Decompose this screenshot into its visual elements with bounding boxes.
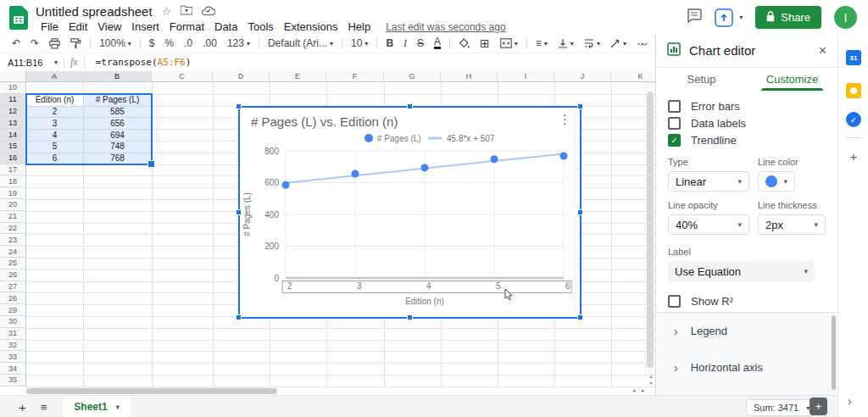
row-header-24[interactable]: 24 — [0, 246, 26, 258]
column-header-b[interactable]: B — [83, 71, 152, 82]
row-header-11[interactable]: 11 — [0, 94, 26, 106]
get-add-ons-icon[interactable]: + — [846, 149, 861, 164]
decrease-decimal-button[interactable]: .0 — [179, 35, 198, 52]
column-header-a[interactable]: A — [26, 71, 83, 82]
row-header-13[interactable]: 13 — [0, 117, 26, 129]
chart-resize-handle[interactable] — [407, 314, 413, 320]
sum-badge[interactable]: Sum: 3471 ▾ — [746, 399, 817, 416]
row-header-26[interactable]: 26 — [0, 270, 26, 281]
format-percent-button[interactable]: % — [160, 35, 180, 52]
cloud-saved-icon[interactable] — [202, 6, 215, 17]
checkbox-row-trendline[interactable]: ✓Trendline — [668, 131, 826, 148]
column-header-d[interactable]: D — [213, 71, 270, 82]
row-header-27[interactable]: 27 — [0, 281, 26, 293]
chart-more-options-icon[interactable]: ⋮ — [559, 112, 571, 127]
text-wrap-select[interactable]: ▾ — [579, 35, 605, 52]
calendar-icon[interactable]: 31 — [846, 50, 861, 65]
increase-decimal-button[interactable]: .00 — [198, 35, 222, 52]
row-header-34[interactable]: 34 — [0, 363, 26, 375]
strikethrough-button[interactable]: S — [412, 35, 429, 52]
trendline-type-select[interactable]: Linear▾ — [668, 171, 749, 192]
menu-item-file[interactable]: File — [36, 19, 64, 34]
chart-resize-handle[interactable] — [577, 314, 583, 320]
number-format-select[interactable]: 123▾ — [222, 35, 255, 52]
row-header-17[interactable]: 17 — [0, 164, 26, 176]
tab-setup[interactable]: Setup — [656, 68, 747, 91]
table-data-cell[interactable]: 5 — [26, 141, 83, 153]
row-header-25[interactable]: 25 — [0, 258, 26, 270]
text-rotation-select[interactable]: ▾ — [605, 35, 632, 52]
table-data-cell[interactable]: 6 — [26, 153, 83, 164]
italic-button[interactable]: I — [398, 35, 412, 52]
trendline-label-select[interactable]: Use Equation▾ — [668, 261, 815, 281]
font-size-select[interactable]: 10▾ — [346, 35, 373, 52]
vertical-align-select[interactable]: ▾ — [553, 35, 579, 52]
comments-icon[interactable] — [687, 8, 702, 26]
scroll-right-icon[interactable]: ▸ — [642, 387, 645, 394]
checkbox-icon[interactable] — [668, 295, 681, 308]
row-header-20[interactable]: 20 — [0, 199, 26, 211]
menu-item-format[interactable]: Format — [164, 19, 209, 34]
row-header-29[interactable]: 29 — [0, 304, 26, 316]
name-box[interactable]: A11:B16 — [0, 58, 52, 68]
chart-resize-handle[interactable] — [236, 209, 242, 215]
text-color-button[interactable]: A — [429, 35, 446, 52]
paint-format-icon[interactable] — [65, 35, 86, 52]
document-title[interactable]: Untitled spreadsheet — [36, 4, 153, 19]
row-header-22[interactable]: 22 — [0, 223, 26, 235]
row-header-28[interactable]: 28 — [0, 292, 26, 304]
scroll-down-icon[interactable]: ▾ — [647, 380, 655, 386]
row-header-32[interactable]: 32 — [0, 340, 26, 352]
tasks-icon[interactable]: ✓ — [846, 112, 861, 127]
row-header-35[interactable]: 35 — [0, 375, 26, 386]
column-header-j[interactable]: J — [554, 71, 611, 82]
table-data-cell[interactable]: 3 — [26, 117, 83, 129]
formula-input[interactable]: =transpose(A5:F6) — [96, 57, 192, 68]
horizontal-scrollbar-thumb[interactable] — [26, 388, 277, 394]
column-header-k[interactable]: K — [611, 71, 655, 82]
row-header-15[interactable]: 15 — [0, 141, 26, 153]
row-header-16[interactable]: 16 — [0, 153, 26, 164]
caret-down-icon[interactable]: ▾ — [54, 58, 58, 66]
column-header-g[interactable]: G — [384, 71, 441, 82]
vertical-scrollbar-thumb[interactable] — [647, 92, 654, 368]
chart-resize-handle[interactable] — [236, 103, 242, 109]
star-icon[interactable]: ☆ — [162, 6, 172, 17]
embedded-chart[interactable]: 020040060080023456# Pages (L) vs. Editio… — [240, 108, 580, 317]
row-header-21[interactable]: 21 — [0, 211, 26, 223]
row-header-10[interactable]: 10 — [0, 82, 26, 94]
sheet-tab-sheet1[interactable]: Sheet1 ▾ — [63, 396, 130, 417]
add-sheet-icon[interactable]: + — [19, 400, 26, 414]
close-icon[interactable]: × — [819, 43, 826, 58]
column-header-f[interactable]: F — [326, 71, 384, 82]
chart-resize-handle[interactable] — [577, 209, 583, 215]
menu-item-extensions[interactable]: Extensions — [279, 19, 343, 34]
row-header-12[interactable]: 12 — [0, 106, 26, 118]
all-sheets-icon[interactable]: ≡ — [41, 401, 47, 414]
undo-icon[interactable]: ↶ — [7, 35, 25, 52]
checkbox-row-error-bars[interactable]: Error bars — [668, 97, 826, 114]
share-button[interactable]: Share — [755, 6, 821, 29]
bold-button[interactable]: B — [381, 35, 398, 52]
column-header-h[interactable]: H — [441, 71, 498, 82]
section-legend[interactable]: ›Legend — [657, 313, 837, 349]
menu-item-help[interactable]: Help — [342, 19, 376, 34]
menu-item-edit[interactable]: Edit — [64, 19, 92, 34]
table-header-cell[interactable]: # Pages (L) — [83, 94, 152, 106]
row-header-33[interactable]: 33 — [0, 351, 26, 363]
row-header-30[interactable]: 30 — [0, 316, 26, 328]
line-opacity-select[interactable]: 40%▾ — [668, 214, 749, 235]
chart-resize-handle[interactable] — [407, 103, 413, 109]
checkbox-icon[interactable]: ✓ — [668, 134, 681, 147]
horizontal-scrollbar[interactable]: ◂ ▸ — [0, 387, 655, 395]
fill-color-icon[interactable] — [453, 35, 475, 52]
panel-scrollbar-thumb[interactable] — [832, 315, 836, 390]
checkbox-icon[interactable] — [668, 117, 681, 130]
account-avatar[interactable]: I — [834, 6, 857, 29]
scroll-left-icon[interactable]: ◂ — [632, 387, 636, 394]
checkbox-icon[interactable] — [668, 100, 681, 113]
table-data-cell[interactable]: 2 — [26, 106, 83, 118]
grid-corner[interactable] — [0, 71, 26, 82]
tab-customize[interactable]: Customize — [747, 68, 837, 91]
font-family-select[interactable]: Default (Ari...▾ — [263, 35, 338, 52]
